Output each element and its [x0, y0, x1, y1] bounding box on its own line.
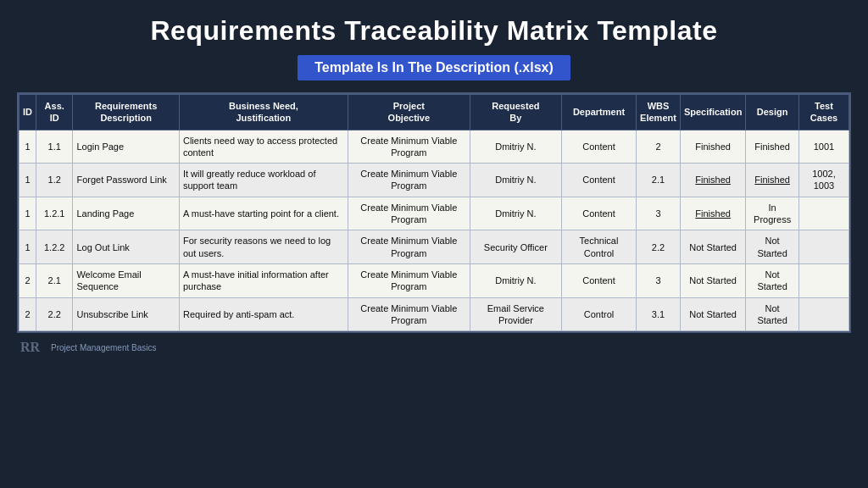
table-cell: Control: [561, 297, 636, 331]
table-cell: Not Started: [680, 297, 745, 331]
table-cell: Create Minimum Viable Program: [348, 263, 470, 297]
requirements-matrix-table: ID Ass. ID RequirementsDescription Busin…: [19, 94, 849, 331]
table-cell: 1002, 1003: [798, 164, 849, 197]
brand-name: Project Management Basics: [51, 343, 157, 352]
table-cell: A must-have starting point for a client.: [179, 197, 348, 230]
table-cell: Create Minimum Viable Program: [348, 297, 470, 331]
table-cell: [798, 197, 849, 230]
table-cell: Create Minimum Viable Program: [348, 164, 470, 197]
table-cell: 1.1: [36, 130, 73, 164]
table-cell: Not Started: [746, 297, 799, 331]
table-cell: 2: [19, 263, 36, 297]
matrix-table-wrapper: ID Ass. ID RequirementsDescription Busin…: [17, 92, 851, 333]
table-cell: Create Minimum Viable Program: [348, 197, 470, 230]
table-cell: 3: [637, 263, 681, 297]
col-header-req-desc: RequirementsDescription: [73, 95, 180, 130]
col-header-ass-id: Ass. ID: [36, 95, 73, 130]
col-header-requested-by: RequestedBy: [470, 95, 561, 130]
table-cell: A must-have initial information after pu…: [179, 263, 348, 297]
table-cell: 2: [637, 130, 681, 164]
table-cell: 1: [19, 230, 36, 264]
table-row: 11.2Forget Password LinkIt will greatly …: [19, 164, 849, 197]
table-cell: Finished: [680, 130, 745, 164]
table-cell: Dmitriy N.: [470, 263, 561, 297]
col-header-department: Department: [561, 95, 636, 130]
table-cell: It will greatly reduce workload of suppo…: [179, 164, 348, 197]
table-cell: 1.2.2: [36, 230, 73, 264]
table-cell: Security Officer: [470, 230, 561, 264]
col-header-test-cases: TestCases: [798, 95, 849, 130]
col-header-design: Design: [746, 95, 799, 130]
table-cell: 2.1: [36, 263, 73, 297]
table-cell: Unsubscribe Link: [73, 297, 180, 331]
footer: RR Project Management Basics: [17, 338, 851, 357]
table-cell: Dmitriy N.: [470, 197, 561, 230]
table-cell: 2.2: [36, 297, 73, 331]
table-cell: Finished: [746, 164, 799, 197]
svg-text:RR: RR: [20, 340, 41, 354]
table-cell: Dmitriy N.: [470, 164, 561, 197]
table-cell: Welcome Email Sequence: [73, 263, 180, 297]
table-cell: 3.1: [637, 297, 681, 331]
table-cell: 1: [19, 197, 36, 230]
table-cell: Dmitriy N.: [470, 130, 561, 164]
table-cell: Forget Password Link: [73, 164, 180, 197]
table-cell: Required by anti-spam act.: [179, 297, 348, 331]
logo-icon: RR: [20, 338, 46, 357]
table-row: 11.2.1Landing PageA must-have starting p…: [19, 197, 849, 230]
table-cell: Content: [561, 263, 636, 297]
table-cell: Not Started: [746, 230, 799, 264]
table-cell: Login Page: [73, 130, 180, 164]
table-cell: Content: [561, 164, 636, 197]
table-cell: Not Started: [680, 263, 745, 297]
col-header-id: ID: [19, 95, 36, 130]
table-cell: Finished: [680, 164, 745, 197]
table-row: 11.2.2Log Out LinkFor security reasons w…: [19, 230, 849, 264]
table-cell: Content: [561, 197, 636, 230]
table-cell: Email Service Provider: [470, 297, 561, 331]
table-cell: 2.1: [637, 164, 681, 197]
subtitle-box: Template Is In The Description (.xlsx): [298, 55, 570, 80]
table-cell: Technical Control: [561, 230, 636, 264]
table-row: 11.1Login PageClients need way to access…: [19, 130, 849, 164]
table-cell: Landing Page: [73, 197, 180, 230]
table-cell: 1: [19, 130, 36, 164]
table-cell: Finished: [680, 197, 745, 230]
table-cell: 1001: [798, 130, 849, 164]
table-cell: 1.2: [36, 164, 73, 197]
table-header-row: ID Ass. ID RequirementsDescription Busin…: [19, 95, 849, 130]
table-cell: Content: [561, 130, 636, 164]
table-cell: 3: [637, 197, 681, 230]
table-cell: Create Minimum Viable Program: [348, 130, 470, 164]
col-header-project-obj: ProjectObjective: [348, 95, 470, 130]
table-cell: Clients need way to access protected con…: [179, 130, 348, 164]
table-cell: Create Minimum Viable Program: [348, 230, 470, 264]
table-cell: In Progress: [746, 197, 799, 230]
table-row: 22.1Welcome Email SequenceA must-have in…: [19, 263, 849, 297]
table-cell: Log Out Link: [73, 230, 180, 264]
table-row: 22.2Unsubscribe LinkRequired by anti-spa…: [19, 297, 849, 331]
table-cell: Finished: [746, 130, 799, 164]
table-cell: 2: [19, 297, 36, 331]
table-cell: Not Started: [680, 230, 745, 264]
table-cell: [798, 230, 849, 264]
col-header-specification: Specification: [680, 95, 745, 130]
table-cell: For security reasons we need to log out …: [179, 230, 348, 264]
table-cell: [798, 263, 849, 297]
table-cell: 1.2.1: [36, 197, 73, 230]
page-title: Requirements Traceability Matrix Templat…: [150, 15, 717, 47]
col-header-business-need: Business Need,Justification: [179, 95, 348, 130]
brand-logo: RR Project Management Basics: [20, 338, 157, 357]
table-cell: Not Started: [746, 263, 799, 297]
col-header-wbs: WBSElement: [637, 95, 681, 130]
table-cell: 2.2: [637, 230, 681, 264]
table-cell: 1: [19, 164, 36, 197]
table-cell: [798, 297, 849, 331]
